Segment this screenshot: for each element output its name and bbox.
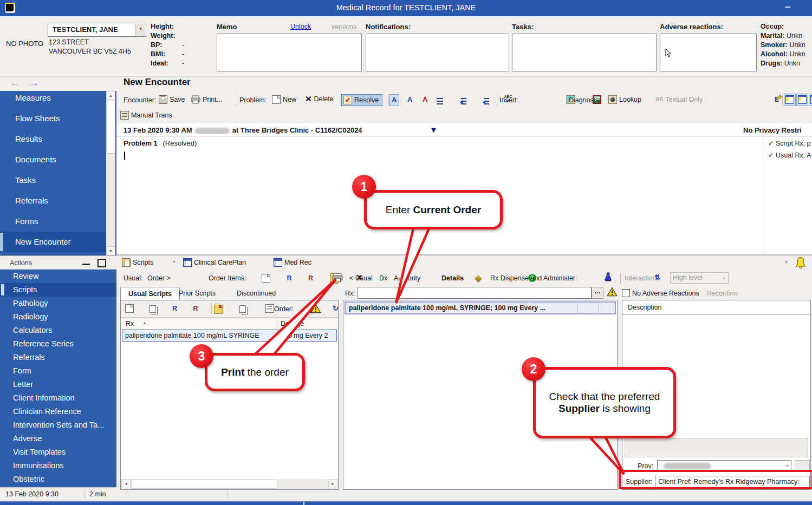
unlock-link[interactable]: Unlock bbox=[290, 23, 311, 30]
panel-right-dropdown-icon[interactable]: ▼ bbox=[784, 260, 788, 264]
font-format-icon[interactable]: A bbox=[389, 94, 399, 106]
scroll-down-icon[interactable]: ▼ bbox=[106, 246, 115, 255]
no-adverse-checkbox[interactable] bbox=[622, 289, 630, 297]
refresh-icon[interactable]: ↻ bbox=[333, 304, 339, 313]
sidebar-item-measures[interactable]: Measures bbox=[0, 91, 106, 108]
sidebar-item-forms[interactable]: Forms bbox=[0, 211, 106, 232]
scroll-up-icon[interactable]: ▲ bbox=[106, 91, 115, 100]
back-arrow-icon[interactable]: ← bbox=[10, 76, 21, 89]
rx-red-icon[interactable]: R bbox=[193, 304, 198, 313]
resolve-button[interactable]: ✔Resolve bbox=[341, 94, 382, 106]
action-item-intervention-sets[interactable]: Intervention Sets and Ta... bbox=[0, 418, 116, 432]
order-new-icon[interactable] bbox=[262, 274, 270, 283]
action-item-radiology[interactable]: Radiology bbox=[0, 310, 116, 324]
tasks-box[interactable] bbox=[512, 34, 657, 71]
scroll-left-icon[interactable]: ◄ bbox=[121, 479, 131, 488]
print-button[interactable]: Print... bbox=[191, 95, 222, 104]
scroll-right-icon[interactable]: ► bbox=[328, 479, 337, 488]
action-item-client-information[interactable]: Client Information bbox=[0, 391, 116, 405]
rx-browse-button[interactable]: ... bbox=[592, 287, 603, 299]
view-layout-3-icon[interactable] bbox=[809, 94, 812, 106]
bullet-list-icon[interactable] bbox=[437, 98, 443, 104]
rx-search-input[interactable] bbox=[358, 287, 592, 299]
chevron-down-icon[interactable]: ▼ bbox=[135, 24, 145, 36]
manual-trans-button[interactable]: Manual Trans bbox=[120, 111, 172, 120]
folder-up-icon[interactable]: ▲ bbox=[214, 305, 223, 314]
action-item-referrals[interactable]: Referrals bbox=[0, 351, 116, 364]
sidebar-item-results[interactable]: Results bbox=[0, 129, 106, 149]
action-item-immunisations[interactable]: Immunisations bbox=[0, 459, 116, 473]
notes-icon[interactable] bbox=[265, 304, 274, 313]
forward-arrow-icon[interactable]: → bbox=[28, 76, 40, 89]
view-layout-2-icon[interactable] bbox=[796, 94, 808, 106]
action-item-adverse[interactable]: Adverse bbox=[0, 432, 116, 445]
edit-template-icon[interactable]: E bbox=[775, 95, 779, 104]
outdent-icon[interactable] bbox=[461, 98, 466, 104]
rx-blue-icon[interactable]: R bbox=[287, 274, 291, 283]
column-dosage[interactable]: Dosage bbox=[281, 320, 304, 327]
action-item-letter[interactable]: Letter bbox=[0, 378, 116, 391]
usual-link[interactable]: < Usual bbox=[349, 274, 373, 282]
sidebar-item-tasks[interactable]: Tasks bbox=[0, 170, 106, 191]
font-grow-icon[interactable]: A bbox=[405, 94, 414, 105]
copy-to-icon[interactable] bbox=[239, 305, 246, 313]
minimize-window-button[interactable]: – bbox=[781, 1, 795, 13]
tab-scripts[interactable]: Scripts bbox=[122, 258, 153, 267]
adverse-reactions-box[interactable] bbox=[660, 34, 757, 71]
tab-med-rec[interactable]: Med Rec bbox=[274, 258, 311, 267]
notifications-box[interactable] bbox=[366, 34, 509, 71]
rx-blue-icon[interactable]: R bbox=[172, 304, 177, 313]
action-item-scripts[interactable]: Scripts bbox=[0, 283, 116, 297]
details-button[interactable]: Details bbox=[441, 274, 464, 282]
sidebar-item-referrals[interactable]: Referrals bbox=[0, 191, 106, 211]
action-item-clinician-reference[interactable]: Clinician Reference bbox=[0, 405, 116, 418]
action-item-obstetric[interactable]: Obstetric bbox=[0, 473, 116, 486]
dx-button[interactable]: Dx bbox=[379, 274, 387, 282]
action-item-calculators[interactable]: Calculators bbox=[0, 324, 116, 337]
authority-button[interactable]: Authority bbox=[394, 274, 420, 282]
tab-usual-scripts[interactable]: Usual Scripts bbox=[120, 287, 180, 300]
column-rx[interactable]: Rx bbox=[126, 320, 134, 327]
order-menu-button[interactable]: Order > bbox=[147, 274, 171, 282]
font-shrink-icon[interactable]: A bbox=[420, 94, 430, 105]
action-item-review[interactable]: Review bbox=[0, 270, 116, 283]
panel-dropdown-icon[interactable]: ▼ bbox=[172, 260, 176, 264]
patient-name-combo[interactable]: TESTCLIENT, JANE ▼ bbox=[48, 23, 146, 37]
order-print-icon[interactable] bbox=[332, 273, 343, 283]
save-button[interactable]: Save bbox=[159, 95, 185, 104]
bell-icon[interactable] bbox=[795, 257, 807, 268]
rx-red-icon[interactable]: R bbox=[308, 274, 313, 283]
action-item-form[interactable]: Form bbox=[0, 364, 116, 378]
action-item-visit-templates[interactable]: Visit Templates bbox=[0, 445, 116, 459]
flask-icon[interactable] bbox=[604, 272, 612, 281]
new-script-icon[interactable] bbox=[125, 304, 134, 313]
action-item-reference-series[interactable]: Reference Series bbox=[0, 337, 116, 351]
encounter-collapse-arrow-icon[interactable]: ▼ bbox=[430, 125, 438, 134]
scrollbar-thumb[interactable] bbox=[106, 101, 115, 154]
sidebar-scrollbar[interactable]: ▲ ▼ bbox=[106, 91, 115, 255]
diagnosis-lookup-button[interactable]: Lookup bbox=[608, 95, 641, 104]
tab-discontinued[interactable]: Discontinued bbox=[237, 290, 276, 297]
panel-maximize-icon[interactable] bbox=[98, 259, 106, 267]
sidebar-item-flow-sheets[interactable]: Flow Sheets bbox=[0, 108, 106, 129]
view-layout-1-icon[interactable] bbox=[784, 94, 796, 106]
chevron-down-icon[interactable]: ▼ bbox=[785, 464, 789, 468]
tab-clinical-careplan[interactable]: Clinical CarePlan bbox=[183, 258, 246, 267]
usual-script-row[interactable]: paliperidone palmitate 100 mg/mL SYRINGE… bbox=[122, 330, 337, 342]
order-button[interactable]: Order bbox=[274, 305, 291, 313]
action-item-pathology[interactable]: Pathology bbox=[0, 297, 116, 310]
memo-box[interactable] bbox=[217, 34, 362, 71]
usual-list-hscrollbar[interactable]: ◄ ► bbox=[121, 479, 337, 489]
panel-minimize-icon[interactable] bbox=[82, 264, 90, 265]
sidebar-item-documents[interactable]: Documents bbox=[0, 149, 106, 170]
indent-icon[interactable] bbox=[484, 98, 489, 104]
hscroll-thumb[interactable] bbox=[131, 479, 277, 489]
current-order-row[interactable]: paliperidone palmitate 100 mg/mL SYRINGE… bbox=[345, 301, 616, 314]
versions-link[interactable]: versions bbox=[332, 23, 357, 31]
tab-prior-scripts[interactable]: Prior Scripts bbox=[179, 290, 216, 297]
copy-script-icon[interactable] bbox=[150, 305, 156, 313]
sidebar-item-new-encounter[interactable]: New Encounter bbox=[0, 232, 106, 252]
delete-problem-button[interactable]: ✕Delete bbox=[305, 95, 334, 103]
new-problem-button[interactable]: New bbox=[272, 95, 296, 104]
textual-only-button[interactable]: ABTextual Only bbox=[655, 95, 703, 104]
